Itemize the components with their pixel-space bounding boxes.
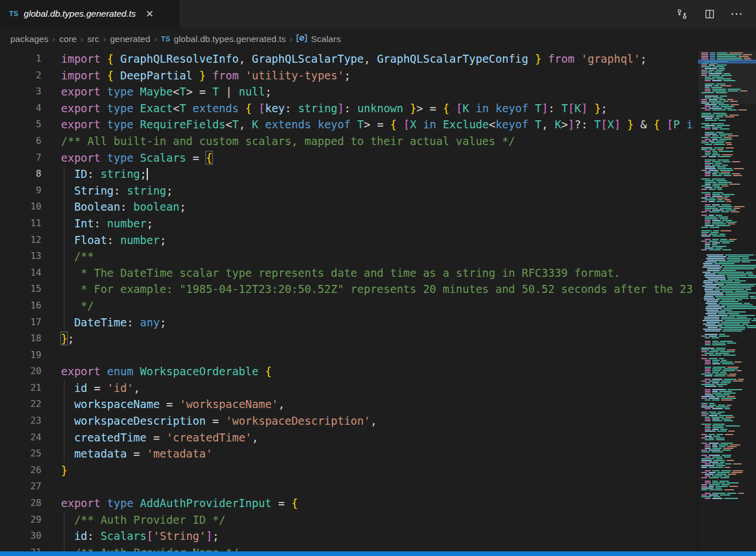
code-text: Int: number;	[41, 215, 153, 232]
breadcrumb-symbol-label: Scalars	[311, 34, 341, 44]
code-line[interactable]: 22 workspaceName = 'workspaceName',	[0, 396, 694, 413]
code-line[interactable]: 12 Float: number;	[0, 232, 694, 249]
code-line[interactable]: 24 createdTime = 'createdTime',	[0, 429, 694, 446]
line-number[interactable]: 1	[0, 51, 41, 67]
text-cursor	[147, 168, 148, 180]
code-text: * The DateTime scalar type represents da…	[41, 265, 620, 281]
code-line[interactable]: 6/** All built-in and custom scalars, ma…	[0, 133, 694, 150]
breadcrumb-item-core[interactable]: core	[59, 34, 77, 44]
line-number[interactable]: 20	[0, 363, 41, 380]
line-number[interactable]: 28	[0, 495, 41, 512]
line-number[interactable]: 24	[0, 429, 41, 446]
code-line[interactable]: 9 String: string;	[0, 182, 694, 199]
code-line[interactable]: 7export type Scalars = {	[0, 150, 694, 166]
line-number[interactable]: 14	[0, 265, 41, 281]
breadcrumb-item-generated[interactable]: generated	[110, 34, 150, 44]
typescript-file-icon: TS	[161, 35, 170, 43]
close-tab-icon[interactable]: ✕	[146, 9, 154, 19]
code-editor[interactable]: 1import { GraphQLResolveInfo, GraphQLSca…	[0, 51, 694, 556]
open-changes-icon[interactable]	[675, 7, 688, 20]
code-text: export enum WorkspaceOrderable {	[41, 363, 272, 380]
code-text: id: Scalars['String'];	[41, 528, 219, 544]
line-number[interactable]: 17	[0, 314, 41, 331]
line-number[interactable]: 3	[0, 83, 41, 100]
breadcrumb-file[interactable]: TS global.db.types.generated.ts	[161, 34, 286, 44]
code-line[interactable]: 15 * For example: "1985-04-12T23:20:50.5…	[0, 281, 694, 298]
breadcrumb-separator: ›	[154, 35, 157, 44]
code-line[interactable]: 18};	[0, 330, 694, 347]
code-text: import { DeepPartial } from 'utility-typ…	[41, 67, 350, 84]
minimap[interactable]	[697, 51, 756, 552]
line-number[interactable]: 21	[0, 380, 41, 397]
tab-global-db-types-generated[interactable]: TS global.db.types.generated.ts ✕	[0, 0, 180, 28]
minimap-canvas	[698, 51, 756, 552]
line-number[interactable]: 18	[0, 330, 41, 347]
split-editor-icon[interactable]	[703, 7, 716, 20]
code-line[interactable]: 13 /**	[0, 248, 694, 265]
line-number[interactable]: 13	[0, 248, 41, 265]
code-line[interactable]: 25 metadata = 'metadata'	[0, 445, 694, 462]
code-text: workspaceName = 'workspaceName',	[41, 396, 285, 413]
code-lines: 1import { GraphQLResolveInfo, GraphQLSca…	[0, 51, 694, 556]
typescript-file-icon: TS	[9, 10, 18, 18]
code-line[interactable]: 1import { GraphQLResolveInfo, GraphQLSca…	[0, 51, 694, 67]
code-text: workspaceDescription = 'workspaceDescrip…	[41, 413, 377, 429]
line-number[interactable]: 12	[0, 232, 41, 249]
code-line[interactable]: 14 * The DateTime scalar type represents…	[0, 265, 694, 281]
line-number[interactable]: 8	[0, 166, 41, 182]
line-number[interactable]: 5	[0, 116, 41, 133]
line-number[interactable]: 10	[0, 199, 41, 215]
code-line[interactable]: 30 id: Scalars['String'];	[0, 528, 694, 544]
code-line[interactable]: 8 ID: string;	[0, 166, 694, 182]
line-number[interactable]: 11	[0, 215, 41, 232]
code-line[interactable]: 11 Int: number;	[0, 215, 694, 232]
code-line[interactable]: 26}	[0, 462, 694, 479]
code-text: export type Exact<T extends { [key: stri…	[41, 100, 608, 117]
breadcrumb-item-src[interactable]: src	[87, 34, 100, 44]
line-number[interactable]: 9	[0, 182, 41, 199]
line-number[interactable]: 15	[0, 281, 41, 298]
code-line[interactable]: 5export type RequireFields<T, K extends …	[0, 116, 694, 133]
line-number[interactable]: 2	[0, 67, 41, 84]
line-number[interactable]: 16	[0, 298, 41, 314]
line-number[interactable]: 23	[0, 413, 41, 429]
code-line[interactable]: 4export type Exact<T extends { [key: str…	[0, 100, 694, 117]
code-text: metadata = 'metadata'	[41, 445, 212, 462]
code-line[interactable]: 2import { DeepPartial } from 'utility-ty…	[0, 67, 694, 84]
code-line[interactable]: 27	[0, 478, 694, 495]
line-number[interactable]: 29	[0, 512, 41, 528]
breadcrumb-symbol[interactable]: Scalars	[296, 34, 341, 45]
code-text: * For example: "1985-04-12T23:20:50.52Z"…	[41, 281, 694, 298]
code-line[interactable]: 21 id = 'id',	[0, 380, 694, 397]
code-line[interactable]: 19	[0, 347, 694, 364]
code-line[interactable]: 10 Boolean: boolean;	[0, 199, 694, 215]
code-text: */	[41, 298, 94, 314]
code-line[interactable]: 28export type AddAuthProviderInput = {	[0, 495, 694, 512]
line-number[interactable]: 26	[0, 462, 41, 479]
code-line[interactable]: 17 DateTime: any;	[0, 314, 694, 331]
breadcrumb-separator: ›	[52, 35, 55, 44]
code-line[interactable]: 16 */	[0, 298, 694, 314]
line-number[interactable]: 19	[0, 347, 41, 364]
minimap-slider[interactable]	[698, 51, 756, 104]
code-line[interactable]: 29 /** Auth Provider ID */	[0, 512, 694, 528]
line-number[interactable]: 22	[0, 396, 41, 413]
code-line[interactable]: 20export enum WorkspaceOrderable {	[0, 363, 694, 380]
line-number[interactable]: 27	[0, 478, 41, 495]
line-number[interactable]: 7	[0, 150, 41, 166]
line-number[interactable]: 25	[0, 445, 41, 462]
breadcrumb-item-packages[interactable]: packages	[10, 34, 48, 44]
code-text: ID: string;	[41, 166, 148, 182]
code-line[interactable]: 3export type Maybe<T> = T | null;	[0, 83, 694, 100]
more-actions-icon[interactable]: ⋯	[731, 7, 743, 20]
line-number[interactable]: 4	[0, 100, 41, 117]
code-text: String: string;	[41, 182, 173, 199]
code-text: export type Scalars = {	[41, 150, 212, 166]
breadcrumb-path: packages›core›src›generated›	[10, 34, 157, 44]
tab-bar: TS global.db.types.generated.ts ✕ ⋯	[0, 0, 756, 28]
code-line[interactable]: 23 workspaceDescription = 'workspaceDesc…	[0, 413, 694, 429]
line-number[interactable]: 6	[0, 133, 41, 150]
tab-title: global.db.types.generated.ts	[24, 9, 136, 19]
code-text: /** All built-in and custom scalars, map…	[41, 133, 515, 150]
line-number[interactable]: 30	[0, 528, 41, 544]
